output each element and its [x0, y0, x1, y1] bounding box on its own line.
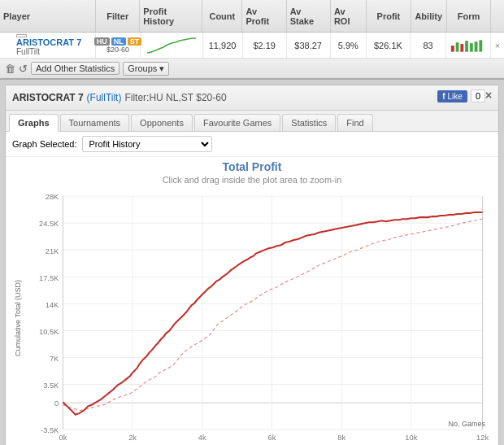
svg-text:2k: 2k: [128, 434, 137, 442]
fb-like-button[interactable]: f Like: [437, 90, 467, 103]
groups-button[interactable]: Groups ▾: [123, 62, 169, 76]
filter-cell: HU NL ST $20-60: [96, 33, 141, 58]
graph-selector-bar: Graph Selected: Profit History: [6, 132, 498, 157]
bottom-toolbar: 🗑 ↺ Add Other Statistics Groups ▾: [0, 59, 504, 80]
av-roi-cell: 5.9%: [331, 33, 367, 58]
tab-tournaments[interactable]: Tournaments: [60, 114, 130, 131]
tab-find[interactable]: Find: [337, 114, 372, 131]
svg-text:14K: 14K: [46, 301, 59, 309]
col-header-player: Player: [0, 0, 96, 32]
col-header-count: Count: [202, 0, 242, 32]
count-cell: 11,920: [203, 33, 243, 58]
chart-title: Total Profit: [12, 160, 492, 173]
svg-rect-0: [451, 46, 454, 52]
col-header-profit-history: Profit History: [140, 0, 202, 32]
col-header-filter: Filter: [96, 0, 140, 32]
svg-text:10k: 10k: [405, 434, 417, 442]
svg-text:7K: 7K: [50, 355, 59, 363]
trash-icon[interactable]: 🗑: [5, 63, 15, 75]
ability-cell: 83: [411, 33, 446, 58]
form-cell: [446, 33, 491, 58]
tab-bar: Graphs Tournaments Opponents Favourite G…: [6, 111, 498, 132]
col-header-av-roi: Av ROI: [331, 0, 367, 32]
svg-text:21K: 21K: [46, 247, 59, 255]
chart-subtitle: Click and drag inside the plot area to z…: [12, 175, 492, 185]
svg-rect-1: [456, 42, 459, 51]
tab-opponents[interactable]: Opponents: [131, 114, 193, 131]
svg-rect-2: [461, 44, 464, 52]
tab-statistics[interactable]: Statistics: [282, 114, 336, 131]
svg-text:0k: 0k: [59, 434, 67, 442]
fb-like-label: Like: [448, 92, 463, 101]
svg-rect-6: [480, 40, 483, 51]
svg-rect-3: [465, 41, 468, 51]
badge-st: ST: [128, 37, 142, 46]
panel-filter-detail: Filter:HU NL,ST $20-60: [124, 92, 226, 103]
refresh-icon[interactable]: ↺: [19, 63, 28, 75]
svg-text:0: 0: [54, 399, 59, 408]
fb-icon: f: [442, 92, 445, 101]
panel-close-button[interactable]: ×: [482, 89, 495, 102]
sparkline-chart: [147, 37, 196, 55]
svg-text:3.5K: 3.5K: [43, 382, 59, 390]
svg-text:28K: 28K: [46, 193, 59, 201]
no-games-label: No. Games: [448, 420, 485, 428]
svg-rect-4: [470, 43, 473, 52]
graph-select-dropdown[interactable]: Profit History: [82, 136, 212, 152]
main-panel: ARISTOCRAT 7 (FullTilt) Filter:HU NL,ST …: [5, 85, 499, 445]
profit-chart-svg: 28K 24.5K 21K 17.5K 14K 10.5K 7K 3.5K 0 …: [20, 188, 500, 445]
av-profit-cell: $2.19: [243, 33, 287, 58]
graph-selector-label: Graph Selected:: [12, 139, 77, 149]
col-header-close: [491, 0, 504, 32]
svg-text:6k: 6k: [268, 434, 276, 442]
player-cell: ARISTOCRAT 7 FullTilt: [0, 33, 96, 58]
svg-text:-3.5K: -3.5K: [41, 426, 59, 434]
badge-nl: NL: [111, 37, 126, 46]
add-stats-button[interactable]: Add Other Statistics: [31, 62, 119, 75]
filter-range: $20-60: [106, 46, 129, 54]
col-header-ability: Ability: [411, 0, 447, 32]
tab-graphs[interactable]: Graphs: [9, 114, 59, 132]
svg-rect-5: [475, 41, 478, 51]
panel-player-name: ARISTOCRAT 7: [12, 92, 84, 103]
player-site: FullTilt: [16, 47, 81, 56]
svg-text:24.5K: 24.5K: [39, 220, 59, 228]
svg-text:4k: 4k: [198, 434, 206, 442]
badge-hu: HU: [94, 37, 110, 46]
table-row: ARISTOCRAT 7 FullTilt HU NL ST $20-60 11…: [0, 33, 504, 59]
svg-text:10.5K: 10.5K: [39, 328, 59, 336]
col-header-av-profit: Av Profit: [242, 0, 286, 32]
row-close-btn[interactable]: ×: [491, 33, 504, 58]
svg-text:17.5K: 17.5K: [39, 274, 59, 282]
form-chart: [450, 37, 487, 54]
col-header-av-stake: Av Stake: [287, 0, 331, 32]
panel-fulltilt: (FullTilt): [87, 92, 122, 103]
tab-favourite-games[interactable]: Favourite Games: [194, 114, 280, 131]
col-header-profit: Profit: [367, 0, 411, 32]
profit-cell: $26.1K: [367, 33, 411, 58]
chart-area: Total Profit Click and drag inside the p…: [6, 157, 498, 445]
svg-text:12k: 12k: [476, 434, 489, 442]
chart-container[interactable]: Cumulative Total (USD): [12, 188, 492, 445]
profit-history-cell: [141, 33, 203, 58]
svg-text:8k: 8k: [337, 434, 345, 442]
y-axis-label: Cumulative Total (USD): [14, 280, 22, 356]
panel-header: ARISTOCRAT 7 (FullTilt) Filter:HU NL,ST …: [6, 85, 498, 111]
table-header: Player Filter Profit History Count Av Pr…: [0, 0, 504, 33]
col-header-form: Form: [447, 0, 491, 32]
av-stake-cell: $38.27: [287, 33, 331, 58]
player-name: ARISTOCRAT 7: [16, 37, 81, 47]
